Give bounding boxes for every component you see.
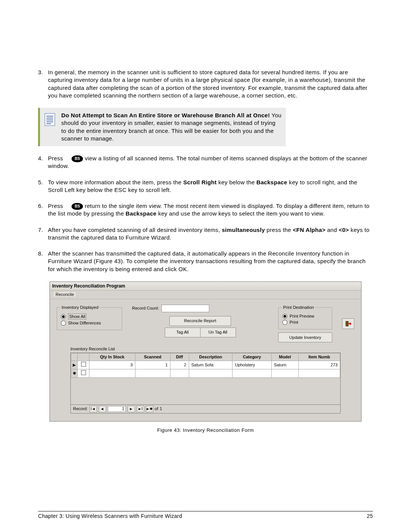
text: <FN Alpha> — [293, 227, 325, 233]
col-item-number[interactable]: Item Numb — [298, 353, 340, 361]
text: simultaneously — [222, 227, 265, 233]
menubar: Reconcile — [50, 291, 361, 299]
record-count-input[interactable] — [161, 305, 209, 312]
col-description[interactable]: Description — [189, 353, 233, 361]
table-row[interactable]: ▶ 3 1 2 Saturn Sofa Upholstery Saturn 27… — [71, 361, 340, 369]
grid-empty-area — [71, 378, 340, 404]
text: After you have completed scanning of all… — [48, 227, 222, 233]
col-diff[interactable]: Diff — [170, 353, 189, 361]
cell-description: Saturn Sofa — [189, 361, 233, 369]
groupbox-inventory-displayed: Inventory Displayed Show All Show Differ… — [57, 305, 122, 331]
reconcile-grid: Qty In Stock Scanned Diff Description Ca… — [70, 353, 341, 405]
step-4: 4. Press BS view a listing of all scanne… — [38, 155, 373, 170]
text: Backspace — [256, 179, 287, 185]
grid-tag-header — [78, 353, 89, 361]
step-body: After you have completed scanning of all… — [48, 226, 373, 242]
col-category[interactable]: Category — [233, 353, 271, 361]
col-scanned[interactable]: Scanned — [135, 353, 170, 361]
text: Press — [48, 155, 65, 161]
step-num: 5. — [38, 179, 48, 194]
svg-rect-6 — [346, 321, 349, 326]
untag-all-button[interactable]: Un Tag All — [200, 328, 236, 337]
col-qty[interactable]: Qty In Stock — [89, 353, 135, 361]
text: To view more information about the item,… — [48, 179, 183, 185]
cell-diff: 2 — [170, 361, 189, 369]
col-model[interactable]: Model — [271, 353, 298, 361]
radio-icon — [282, 314, 287, 319]
step-3: 3. In general, the memory in the scanner… — [38, 69, 373, 99]
text: key below the — [217, 179, 256, 185]
recnav-of: of — [155, 406, 158, 412]
row-tag-checkbox[interactable] — [78, 369, 89, 377]
exit-door-icon — [345, 320, 352, 327]
nav-prev-button[interactable]: ◄ — [99, 406, 106, 412]
list-label: Inventory Reconcile List — [70, 346, 354, 352]
text: view a listing of all scanned items. The… — [48, 155, 367, 169]
groupbox-print-destination: Print Destination Print Preview Print — [278, 305, 332, 330]
row-selector-icon: ▶ — [71, 361, 78, 369]
footer-page-number: 25 — [367, 513, 373, 519]
text: Press — [48, 203, 65, 209]
cell-model: Saturn — [271, 361, 298, 369]
figure-43: Inventory Reconciliation Program Reconci… — [49, 281, 362, 433]
step-8: 8. After the scanner has transmitted the… — [38, 250, 373, 273]
cell-scanned: 1 — [135, 361, 170, 369]
text: Scroll Right — [183, 179, 217, 185]
radio-icon — [282, 320, 287, 325]
menu-reconcile[interactable]: Reconcile — [53, 291, 76, 297]
nav-first-button[interactable]: I◄ — [89, 406, 97, 412]
footer-chapter: Chapter 3: Using Wireless Scanners with … — [38, 513, 182, 519]
recnav-label: Record: — [73, 406, 88, 412]
cell-item-number: 273 — [298, 361, 340, 369]
bs-key-icon: BS — [72, 155, 83, 162]
window-title: Inventory Reconciliation Program — [50, 282, 361, 291]
bs-key-icon: BS — [72, 203, 83, 210]
radio-label: Print Preview — [290, 313, 314, 319]
radio-label: Show Differences — [68, 320, 101, 326]
step-5: 5. To view more information about the it… — [38, 179, 373, 194]
group-legend: Print Destination — [282, 305, 315, 310]
radio-print[interactable]: Print — [282, 320, 328, 325]
radio-label: Show All — [68, 313, 86, 320]
nav-current-record[interactable]: 1 — [108, 406, 126, 412]
recnav-total: 1 — [160, 406, 162, 412]
step-num: 4. — [38, 155, 48, 170]
step-7: 7. After you have completed scanning of … — [38, 226, 373, 242]
text: press the — [265, 227, 293, 233]
page-footer: Chapter 3: Using Wireless Scanners with … — [38, 511, 373, 519]
step-body: Press BS view a listing of all scanned i… — [48, 155, 373, 170]
note-icon — [45, 113, 55, 126]
radio-print-preview[interactable]: Print Preview — [282, 313, 328, 319]
note-lead: Do Not Attempt to Scan An Entire Store o… — [61, 112, 270, 118]
exit-button[interactable] — [342, 318, 354, 329]
nav-new-button[interactable]: ►✱ — [146, 406, 153, 412]
table-row-new[interactable]: ✱ — [71, 369, 340, 377]
figure-caption: Figure 43: Inventory Reconciliation Form — [49, 427, 362, 434]
radio-icon — [61, 314, 66, 319]
row-tag-checkbox[interactable] — [78, 361, 89, 369]
text: key and use the arrow keys to select the… — [156, 210, 325, 217]
note-text: Do Not Attempt to Scan An Entire Store o… — [61, 110, 286, 144]
step-body: To view more information about the item,… — [48, 179, 373, 194]
nav-next-button[interactable]: ► — [127, 406, 135, 412]
update-inventory-button[interactable]: Update Inventory — [278, 332, 332, 342]
text: and — [325, 227, 339, 233]
step-num: 6. — [38, 202, 48, 218]
step-6: 6. Press BS return to the single item vi… — [38, 202, 373, 218]
record-count-label: Record Count: — [132, 305, 159, 311]
radio-show-differences[interactable]: Show Differences — [61, 320, 118, 326]
step-num: 7. — [38, 226, 48, 242]
step-body: After the scanner has transmitted the ca… — [48, 250, 373, 273]
note-callout: Do Not Attempt to Scan An Entire Store o… — [38, 108, 286, 146]
cell-category: Upholstery — [233, 361, 271, 369]
radio-show-all[interactable]: Show All — [61, 313, 118, 320]
step-body: Press BS return to the single item view.… — [48, 202, 373, 218]
step-num: 3. — [38, 69, 48, 99]
reconcile-report-button[interactable]: Reconcile Report — [169, 316, 231, 326]
step-num: 8. — [38, 250, 48, 273]
nav-last-button[interactable]: ►I — [137, 406, 144, 412]
grid-corner — [71, 353, 78, 361]
reconcile-window: Inventory Reconciliation Program Reconci… — [49, 281, 362, 422]
text: <0> — [339, 227, 349, 233]
tag-all-button[interactable]: Tag All — [165, 328, 200, 337]
